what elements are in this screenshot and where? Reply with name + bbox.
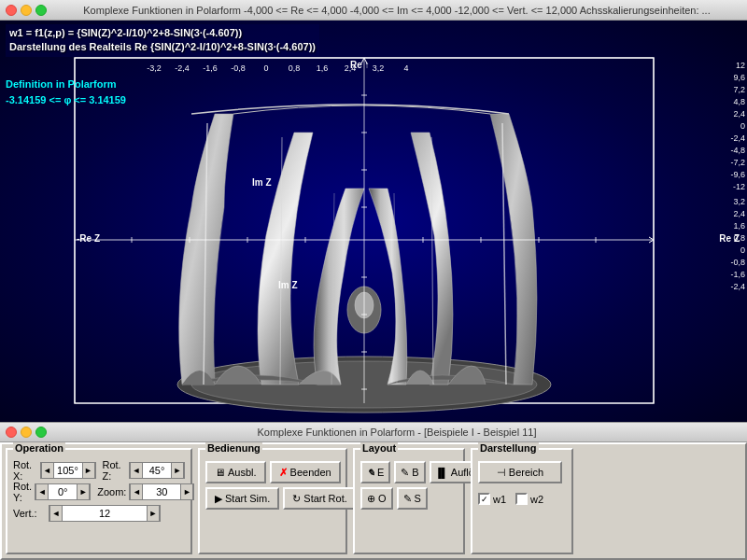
scale-s0: 0 (730, 245, 745, 257)
vert-row: Vert.: ◄ 12 ► (13, 504, 185, 523)
vert-inc-arrow[interactable]: ► (147, 505, 160, 522)
scale-0: 0 (730, 120, 745, 133)
bedienung-rows: 🖥 Ausbl. ✗ Beenden ▶ Start Sim. ↻ Start … (205, 461, 340, 510)
scale-08: 0,8 (730, 232, 745, 245)
w1-checkbox-label[interactable]: ✓ w1 (478, 493, 506, 505)
layout-e-button[interactable]: ✎ E (360, 461, 390, 483)
close-button[interactable] (6, 5, 17, 16)
right-scale: 12 9,6 7,2 4,8 2,4 0 -2,4 -4,8 -7,2 -9,6… (730, 60, 745, 293)
scale-16: 1,6 (730, 220, 745, 232)
layout-s-label: S (415, 493, 421, 504)
scale-n16: -1,6 (730, 269, 745, 281)
layout-s-icon: ✎ (403, 493, 412, 505)
bottom-close-button[interactable] (6, 427, 17, 438)
rot-z-dec-arrow[interactable]: ◄ (130, 462, 143, 479)
beenden-button[interactable]: ✗ Beenden (270, 461, 341, 483)
beenden-icon: ✗ (279, 467, 288, 479)
start-rot-button[interactable]: ↻ Start Rot. (283, 487, 356, 510)
scale-n96: -9,6 (730, 169, 745, 181)
layout-b-icon: ✎ (401, 467, 409, 479)
bottom-maximize-button[interactable] (35, 427, 47, 438)
bereich-button[interactable]: ⊣ Bereich (478, 461, 562, 483)
aufloesung-icon: ▐▌ (435, 468, 448, 478)
layout-b-button[interactable]: ✎ B (394, 461, 425, 483)
bottom-window-controls (6, 427, 47, 438)
vert-dec-arrow[interactable]: ◄ (49, 505, 63, 522)
operation-section: Operation Rot. X: ◄ 105° ► Rot. Z: ◄ 45°… (6, 448, 192, 554)
bottom-title-bar: Komplexe Funktionen in Polarform - [Beis… (0, 422, 747, 442)
scale-12: 12 (730, 60, 745, 72)
rot-y-inc-arrow[interactable]: ► (77, 483, 90, 500)
layout-b-label: B (412, 467, 418, 478)
rot-z-label: Rot. Z: (103, 459, 127, 482)
rot-x-value: 105° (54, 465, 82, 476)
minimize-button[interactable] (21, 5, 32, 16)
start-sim-icon: ▶ (215, 493, 222, 505)
main-3d-view: w1 = f1(z,p) = {SIN(Z)^2-I/10)^2+8-SIN(3… (0, 21, 747, 422)
top-scale-n16: -1,6 (196, 63, 224, 73)
top-scale-n24: -2,4 (168, 63, 196, 73)
bedienung-title: Bedienung (205, 442, 262, 454)
zoom-inc-arrow[interactable]: ► (180, 483, 193, 500)
w1-checkbox[interactable]: ✓ (478, 493, 490, 505)
top-scale-4: 4 (392, 63, 420, 73)
scale-n24b: -2,4 (730, 281, 745, 293)
rot-x-dec-arrow[interactable]: ◄ (41, 462, 54, 479)
start-sim-button[interactable]: ▶ Start Sim. (205, 487, 279, 510)
scale-96: 9,6 (730, 72, 745, 84)
bottom-window-title: Komplexe Funktionen in Polarform - [Beis… (52, 427, 741, 438)
top-scale: -3,2 -2,4 -1,6 -0,8 0 0,8 1,6 2,4 3,2 4 (140, 63, 420, 73)
rot-x-spinner[interactable]: ◄ 105° ► (40, 462, 96, 479)
top-scale-0: 0 (252, 63, 280, 73)
scale-48: 4,8 (730, 96, 745, 108)
formula-overlay: w1 = f1(z,p) = {SIN(Z)^2-I/10)^2+8-SIN(3… (6, 24, 319, 57)
top-scale-24: 2,4 (336, 63, 364, 73)
bereich-row: ⊣ Bereich (478, 461, 566, 483)
bereich-label: Bereich (509, 467, 543, 478)
rot-y-spinner[interactable]: ◄ 0° ► (35, 483, 91, 500)
rot-z-spinner[interactable]: ◄ 45° ► (129, 462, 185, 479)
layout-section: Layout ✎ E ✎ B ▐▌ Auflösung ⊕ O (353, 448, 465, 554)
axis-im-bot-label: Im Z (278, 280, 298, 290)
scale-32: 3,2 (730, 196, 745, 208)
zoom-spinner[interactable]: ◄ 30 ► (129, 483, 194, 500)
vert-label: Vert.: (13, 508, 46, 519)
layout-plus-icon: ⊕ (367, 493, 375, 505)
rot-z-inc-arrow[interactable]: ► (171, 462, 184, 479)
w2-label: w2 (530, 494, 543, 505)
scale-s24: 2,4 (730, 208, 745, 220)
vert-spinner[interactable]: ◄ 12 ► (49, 505, 161, 522)
bed-row1: 🖥 Ausbl. ✗ Beenden (205, 461, 340, 483)
beenden-label: Beenden (290, 467, 331, 478)
top-scale-16: 1,6 (308, 63, 336, 73)
window-controls (6, 5, 47, 16)
w2-checkbox-label[interactable]: w2 (515, 493, 543, 505)
layout-o-button[interactable]: ⊕ O (360, 487, 393, 510)
layout-title: Layout (360, 442, 398, 454)
ausbl-button[interactable]: 🖥 Ausbl. (205, 461, 266, 483)
rot-x-row: Rot. X: ◄ 105° ► Rot. Z: ◄ 45° ► (13, 461, 185, 480)
darstellung-title: Darstellung (478, 442, 539, 454)
bed-row2: ▶ Start Sim. ↻ Start Rot. (205, 487, 340, 510)
layout-row1: ✎ E ✎ B ▐▌ Auflösung (360, 461, 458, 483)
maximize-button[interactable] (35, 5, 47, 16)
scale-72: 7,2 (730, 84, 745, 96)
w2-checkbox[interactable] (515, 493, 528, 505)
top-scale-n08: -0,8 (224, 63, 252, 73)
rot-x-inc-arrow[interactable]: ► (82, 462, 95, 479)
scale-n72: -7,2 (730, 157, 745, 169)
layout-s-button[interactable]: ✎ S (397, 487, 428, 510)
rot-y-row: Rot. Y: ◄ 0° ► Zoom: ◄ 30 ► (13, 483, 185, 501)
controls-panel: Operation Rot. X: ◄ 105° ► Rot. Z: ◄ 45°… (0, 442, 747, 560)
layout-o-label: O (378, 493, 387, 504)
bedienung-section: Bedienung 🖥 Ausbl. ✗ Beenden ▶ Start Sim… (198, 448, 347, 554)
zoom-dec-arrow[interactable]: ◄ (130, 483, 143, 500)
rot-y-dec-arrow[interactable]: ◄ (35, 483, 49, 500)
bereich-icon: ⊣ (497, 467, 506, 479)
title-bar: Komplexe Funktionen in Polarform -4,000 … (0, 0, 747, 21)
bottom-minimize-button[interactable] (21, 427, 32, 438)
scale-n24: -2,4 (730, 133, 745, 145)
scale-n08: -0,8 (730, 257, 745, 269)
formula-line2: Darstellung des Realteils Re {SIN(Z)^2-I… (9, 40, 316, 54)
axis-re-left-label: -Re Z (77, 233, 100, 244)
